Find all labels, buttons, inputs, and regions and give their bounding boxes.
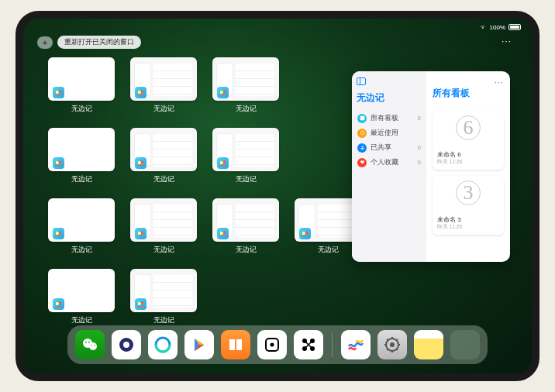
svg-point-20: [390, 342, 395, 347]
window-thumbnail-grid: 无边记 无边记 无边记 无边记 无边记 无边记 无边记 无边记 无边记 无边记 …: [48, 57, 361, 325]
thumbnail-label: 无边记: [153, 315, 174, 325]
category-label: 个人收藏: [371, 158, 398, 167]
favorites-icon: [357, 158, 367, 167]
freeform-icon: [135, 228, 147, 239]
dock-divider: [332, 332, 333, 357]
window-thumbnail[interactable]: 无边记: [130, 57, 197, 114]
category-count: 8: [418, 115, 421, 122]
thumbnail-label: 无边记: [236, 245, 257, 255]
svg-point-2: [361, 146, 363, 147]
category-label: 最近使用: [371, 129, 398, 138]
recent-icon: [357, 129, 367, 138]
thumbnail-label: 无边记: [71, 245, 92, 255]
freeform-icon: [53, 298, 64, 310]
panel-more-button[interactable]: ···: [495, 77, 504, 87]
window-thumbnail[interactable]: 无边记: [48, 57, 115, 114]
all-boards-icon: [357, 114, 367, 123]
freeform-icon: [135, 157, 147, 169]
svg-point-14: [271, 343, 274, 347]
battery-icon: [508, 24, 521, 30]
board-subtitle: 昨天 11:25: [437, 224, 499, 231]
board-item[interactable]: 6 未命名 6 昨天 11:26: [433, 111, 504, 170]
dock-app-books[interactable]: [221, 330, 250, 359]
dock-app-quark[interactable]: [112, 330, 141, 359]
freeform-icon: [53, 228, 64, 239]
status-bar: ᯤ 100%: [23, 22, 532, 33]
board-title: 未命名 3: [437, 215, 499, 224]
freeform-icon: [217, 87, 229, 98]
sidebar-toggle-icon[interactable]: [357, 77, 366, 85]
category-recent[interactable]: 最近使用: [357, 126, 422, 140]
freeform-icon: [53, 87, 64, 98]
freeform-icon: [135, 87, 147, 98]
freeform-icon: [217, 228, 229, 239]
board-thumbnail: 6: [433, 115, 504, 140]
dock-app-qqbrowser[interactable]: [148, 330, 178, 359]
board-title: 未命名 6: [437, 150, 499, 159]
svg-point-8: [94, 345, 95, 346]
svg-point-7: [91, 345, 92, 346]
category-all-boards[interactable]: 所有看板 8: [357, 111, 422, 126]
dock: [67, 325, 488, 364]
thumbnail-label: 无边记: [236, 174, 257, 184]
svg-point-6: [88, 342, 90, 343]
freeform-app-panel[interactable]: 无边记 所有看板 8 最近使用 已共享 0 个人收藏 0 所有看板 ···: [352, 71, 510, 262]
window-thumbnail[interactable]: 无边记: [130, 269, 197, 325]
category-count: 0: [418, 144, 421, 151]
svg-point-4: [89, 342, 97, 350]
board-thumbnail: 3: [433, 181, 504, 205]
window-thumbnail[interactable]: 无边记: [48, 128, 115, 184]
category-shared[interactable]: 已共享 0: [357, 140, 422, 155]
thumbnail-label: 无边记: [236, 104, 257, 114]
window-thumbnail[interactable]: 无边记: [48, 198, 115, 255]
dock-app-play[interactable]: [184, 330, 214, 359]
svg-point-5: [85, 342, 87, 343]
status-right: ᯤ 100%: [481, 24, 521, 31]
thumbnail-label: 无边记: [318, 245, 339, 255]
panel-content-title: 所有看板: [433, 87, 470, 100]
board-subtitle: 昨天 11:26: [437, 159, 499, 166]
category-label: 已共享: [371, 143, 391, 153]
thumbnail-label: 无边记: [71, 174, 92, 184]
panel-title: 无边记: [357, 91, 422, 105]
window-thumbnail[interactable]: 无边记: [212, 57, 279, 114]
dock-app-7[interactable]: [294, 330, 323, 359]
panel-sidebar: 无边记 所有看板 8 最近使用 已共享 0 个人收藏 0: [352, 71, 426, 262]
wifi-icon: ᯤ: [481, 24, 487, 31]
svg-point-10: [123, 342, 129, 348]
window-thumbnail[interactable]: 无边记: [212, 198, 279, 255]
window-thumbnail[interactable]: 无边记: [48, 269, 115, 325]
freeform-icon: [299, 228, 311, 239]
top-controls: + 重新打开已关闭的窗口: [37, 36, 141, 49]
shared-icon: [357, 143, 367, 153]
dock-app-6[interactable]: [257, 330, 287, 359]
dock-app-freeform[interactable]: [341, 330, 371, 359]
category-count: 0: [418, 159, 421, 166]
freeform-icon: [135, 298, 147, 310]
thumbnail-label: 无边记: [153, 245, 174, 255]
dock-app-library[interactable]: [450, 330, 480, 359]
svg-rect-0: [360, 116, 364, 121]
window-thumbnail[interactable]: 无边记: [130, 198, 197, 255]
category-favorites[interactable]: 个人收藏 0: [357, 155, 422, 170]
reopen-closed-button[interactable]: 重新打开已关闭的窗口: [57, 36, 141, 49]
thumbnail-label: 无边记: [71, 104, 92, 114]
more-button[interactable]: ···: [502, 36, 512, 46]
board-item[interactable]: 3 未命名 3 昨天 11:25: [433, 176, 504, 235]
panel-content: 所有看板 ··· 6 未命名 6 昨天 11:26 3 未命名 3 昨天 11:…: [426, 71, 510, 262]
new-window-button[interactable]: +: [37, 36, 53, 49]
thumbnail-label: 无边记: [153, 104, 174, 114]
freeform-icon: [53, 157, 64, 169]
window-thumbnail[interactable]: 无边记: [130, 128, 197, 184]
ipad-frame: ᯤ 100% + 重新打开已关闭的窗口 ··· 无边记 无边记 无边记 无边记 …: [16, 11, 539, 381]
freeform-icon: [217, 157, 229, 169]
dock-app-wechat[interactable]: [75, 330, 105, 359]
dock-app-settings[interactable]: [377, 330, 407, 359]
window-thumbnail[interactable]: 无边记: [212, 128, 279, 184]
battery-label: 100%: [490, 24, 505, 31]
dock-app-notes[interactable]: [414, 330, 443, 359]
thumbnail-label: 无边记: [71, 315, 92, 325]
category-label: 所有看板: [371, 114, 398, 123]
thumbnail-label: 无边记: [153, 174, 174, 184]
